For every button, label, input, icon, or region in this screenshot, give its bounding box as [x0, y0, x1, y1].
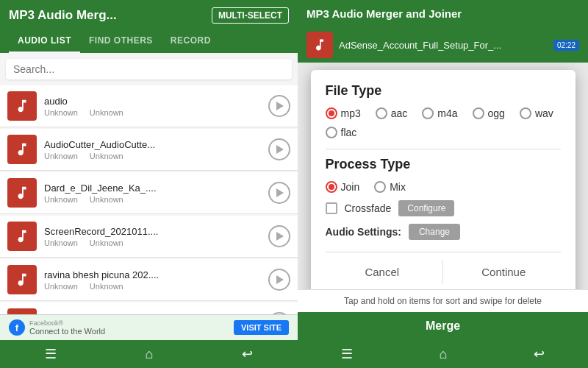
tab-record[interactable]: RECORD	[162, 29, 220, 53]
left-header: MP3 Audio Merg... MULTI-SELECT AUDIO LIS…	[0, 0, 298, 53]
fb-platform: Facebook®	[29, 319, 105, 327]
audio-settings-label: Audio Settings:	[326, 226, 401, 238]
label-mix: Mix	[390, 181, 406, 193]
right-app-title: MP3 Audio Merger and Joiner	[306, 7, 462, 20]
radio-join	[326, 181, 337, 193]
app-title: MP3 Audio Merg...	[9, 8, 117, 23]
crossfade-label: Crossfade	[345, 202, 392, 214]
radio-wav	[520, 107, 531, 119]
change-button[interactable]: Change	[409, 224, 460, 240]
dialog-overlay: File Type mp3 aac m4a ogg	[298, 63, 588, 289]
divider-1	[326, 149, 561, 149]
audio-item-icon	[7, 91, 37, 121]
process-type-group: Join Mix	[326, 181, 561, 193]
search-bar	[6, 59, 292, 79]
dialog-actions: Cancel Continue	[326, 252, 561, 284]
audio-item-meta2: Unknown	[90, 195, 123, 204]
audio-item-meta1: Unknown	[44, 152, 78, 160]
list-item: Dard_e_Dil_Jeene_Ka_.... Unknown Unknown	[0, 172, 298, 214]
tab-audio-list[interactable]: AUDIO LIST	[9, 29, 80, 53]
filetype-mp3[interactable]: mp3	[326, 107, 361, 119]
audio-item-meta2: Unknown	[90, 108, 123, 117]
audio-item-meta: Unknown Unknown	[44, 108, 268, 117]
label-m4a: m4a	[437, 107, 457, 119]
processtype-join[interactable]: Join	[326, 181, 360, 193]
visit-site-button[interactable]: VISIT SITE	[234, 320, 289, 335]
crossfade-checkbox[interactable]	[326, 202, 337, 214]
audio-item-info: ravina bhesh picuna 202.... Unknown Unkn…	[44, 269, 268, 291]
label-join: Join	[341, 181, 360, 193]
list-item: ravina bhesh picuna 202.... Unknown Unkn…	[0, 259, 298, 301]
audio-item-meta1: Unknown	[44, 282, 78, 291]
dialog-divider	[442, 260, 443, 284]
left-nav: ☰ ⌂ ↩	[0, 340, 298, 368]
right-nav: ☰ ⌂ ↩	[298, 340, 588, 368]
audio-item-meta2: Unknown	[90, 152, 123, 160]
merge-button[interactable]: Merge	[426, 319, 460, 333]
label-ogg: ogg	[488, 107, 505, 119]
audio-settings-row: Audio Settings: Change	[326, 224, 561, 240]
play-button[interactable]	[268, 269, 290, 291]
audio-item-meta1: Unknown	[44, 195, 78, 204]
fb-tagline: Connect to the World	[29, 327, 105, 336]
filetype-aac[interactable]: aac	[376, 107, 408, 119]
label-flac: flac	[341, 127, 357, 138]
audio-item-icon	[7, 308, 37, 314]
bottom-message: Tap and hold on items for sort and swipe…	[298, 289, 588, 312]
tabs: AUDIO LIST FIND OTHERS RECORD	[9, 29, 289, 53]
processtype-mix[interactable]: Mix	[374, 181, 406, 193]
radio-mix	[374, 181, 386, 193]
tab-find-others[interactable]: FIND OTHERS	[80, 29, 162, 53]
menu-icon[interactable]: ☰	[45, 346, 57, 362]
filetype-m4a[interactable]: m4a	[422, 107, 457, 119]
right-home-icon[interactable]: ⌂	[440, 347, 448, 362]
radio-mp3	[326, 107, 337, 119]
crossfade-row: Crossfade Configure	[326, 200, 561, 216]
cancel-button[interactable]: Cancel	[326, 260, 440, 284]
filetype-flac[interactable]: flac	[326, 127, 357, 138]
radio-ogg	[473, 107, 484, 119]
audio-item-info: ScreenRecord_2021011.... Unknown Unknown	[44, 226, 268, 247]
play-button[interactable]	[268, 182, 290, 204]
continue-button[interactable]: Continue	[447, 260, 561, 284]
label-aac: aac	[391, 107, 408, 119]
file-type-title: File Type	[326, 83, 561, 99]
left-footer: f Facebook® Connect to the World VISIT S…	[0, 314, 298, 340]
back-icon[interactable]: ↩	[242, 346, 253, 362]
list-item: audio Unknown Unknown	[0, 85, 298, 127]
audio-item-name: audio	[44, 96, 268, 107]
file-type-group: mp3 aac m4a ogg wav	[326, 107, 561, 138]
audio-item-meta: Unknown Unknown	[44, 195, 268, 204]
current-audio-name: AdSense_Account_Full_Setup_For_...	[339, 40, 548, 51]
configure-button[interactable]: Configure	[398, 200, 454, 216]
audio-item-meta2: Unknown	[90, 238, 123, 247]
home-icon[interactable]: ⌂	[146, 347, 154, 362]
play-button[interactable]	[268, 95, 290, 117]
audio-item-icon	[7, 135, 37, 164]
file-type-dialog: File Type mp3 aac m4a ogg	[311, 70, 576, 289]
audio-item-icon	[7, 265, 37, 294]
filetype-wav[interactable]: wav	[520, 107, 553, 119]
facebook-icon: f	[9, 319, 25, 336]
list-item: AdSense_All_Report_00_.... Unknown Unkno…	[0, 302, 298, 314]
radio-aac	[376, 107, 387, 119]
audio-item-name: Dard_e_Dil_Jeene_Ka_....	[44, 183, 268, 194]
search-input[interactable]	[13, 63, 284, 75]
radio-flac	[326, 127, 337, 138]
current-audio-icon	[306, 32, 333, 58]
play-button[interactable]	[268, 225, 290, 247]
multi-select-button[interactable]: MULTI-SELECT	[212, 7, 289, 24]
label-mp3: mp3	[341, 107, 361, 119]
audio-item-meta2: Unknown	[90, 282, 123, 291]
audio-item-info: AudioCutter_AudioCutte... Unknown Unknow…	[44, 139, 268, 160]
radio-m4a	[422, 107, 434, 119]
play-button[interactable]	[268, 138, 290, 160]
audio-item-name: ScreenRecord_2021011....	[44, 226, 268, 237]
right-menu-icon[interactable]: ☰	[341, 346, 353, 362]
merge-bar: Merge	[298, 312, 588, 340]
right-header: MP3 Audio Merger and Joiner	[298, 0, 588, 27]
filetype-ogg[interactable]: ogg	[473, 107, 505, 119]
audio-item-meta: Unknown Unknown	[44, 238, 268, 247]
right-back-icon[interactable]: ↩	[534, 346, 545, 362]
audio-list: audio Unknown Unknown AudioCutter_AudioC…	[0, 85, 298, 314]
